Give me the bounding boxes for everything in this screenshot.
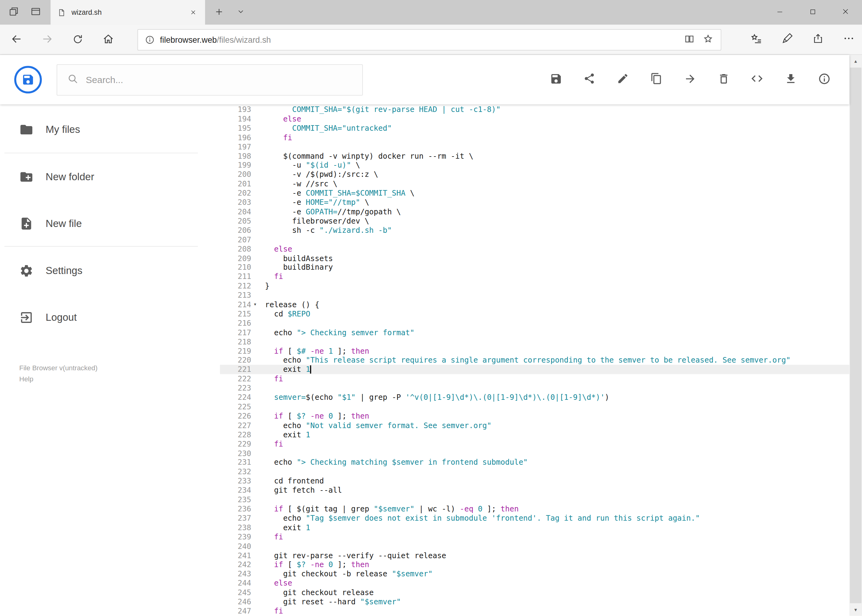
code-line[interactable]: 224 semver=$(echo "$1" | grep -P '^v(0|[… [220, 393, 849, 402]
hub-favorites-button[interactable] [749, 32, 764, 47]
code-line[interactable]: 226 if [ $? -ne 0 ]; then [220, 412, 849, 421]
code-line[interactable]: 241 git rev-parse --verify --quiet relea… [220, 551, 849, 560]
help-link[interactable]: Help [19, 374, 98, 385]
code-line[interactable]: 216 [220, 319, 849, 328]
code-line[interactable]: 204 -e GOPATH=//tmp/gopath \ [220, 207, 849, 216]
code-line[interactable]: 199 -u "$(id -u)" \ [220, 160, 849, 170]
sidebar-item-settings[interactable]: Settings [0, 258, 220, 284]
code-line[interactable]: 231 echo "> Checking matching $semver in… [220, 458, 849, 467]
code-line[interactable]: 244 else [220, 578, 849, 588]
site-info-icon[interactable] [145, 35, 155, 45]
sidebar-item-new-folder[interactable]: New folder [0, 163, 220, 190]
code-line[interactable]: 196 fi [220, 133, 849, 142]
forward-button[interactable] [39, 32, 56, 49]
move-button[interactable] [683, 73, 697, 86]
code-line[interactable]: 208 else [220, 244, 849, 253]
close-window-button[interactable] [829, 0, 862, 25]
more-options-button[interactable] [841, 32, 856, 47]
code-line[interactable]: 232 [220, 467, 849, 476]
info-button[interactable] [817, 73, 830, 86]
code-line[interactable]: 219 if [ $# -ne 1 ]; then [220, 346, 849, 355]
code-line[interactable]: 197 [220, 142, 849, 151]
tab-close-button[interactable] [188, 5, 199, 19]
code-line[interactable]: 228 exit 1 [220, 430, 849, 439]
code-line[interactable]: 217 echo "> Checking semver format" [220, 328, 849, 337]
tab-preview-chevron-button[interactable] [233, 6, 248, 20]
sidebar-item-my-files[interactable]: My files [0, 116, 220, 143]
code-line[interactable]: 212} [220, 281, 849, 291]
sidebar-item-logout[interactable]: Logout [0, 305, 220, 331]
code-line[interactable]: 238 exit 1 [220, 523, 849, 532]
code-line[interactable]: 211 fi [220, 272, 849, 281]
set-tabs-aside-button[interactable] [6, 4, 22, 21]
code-line[interactable]: 201 -w //src \ [220, 179, 849, 189]
code-line[interactable]: 202 -e COMMIT_SHA=$COMMIT_SHA \ [220, 189, 849, 198]
address-bar[interactable]: filebrowser.web/files/wizard.sh [137, 29, 721, 51]
code-line[interactable]: 243 git checkout -b release "$semver" [220, 569, 849, 578]
code-line[interactable]: 209 buildAssets [220, 253, 849, 262]
new-tab-button[interactable] [211, 4, 227, 21]
code-line[interactable]: 206 sh -c "./wizard.sh -b" [220, 226, 849, 235]
refresh-button[interactable] [69, 32, 86, 49]
code-line[interactable]: 218 [220, 337, 849, 346]
code-line[interactable]: 195 COMMIT_SHA="untracked" [220, 124, 849, 133]
code-line[interactable]: 234 git fetch --all [220, 486, 849, 495]
code-line[interactable]: 200 -v /$(pwd):/src:z \ [220, 170, 849, 179]
code-line[interactable]: 246 git reset --hard "$semver" [220, 597, 849, 607]
app-logo[interactable] [14, 66, 43, 94]
back-button[interactable] [8, 32, 25, 49]
code-line[interactable]: 205 filebrowser/dev \ [220, 217, 849, 226]
code-line[interactable]: 227 echo "Not valid semver format. See s… [220, 421, 849, 430]
code-line[interactable]: 242 if [ $? -ne 0 ]; then [220, 560, 849, 569]
code-line[interactable]: 229 fi [220, 439, 849, 448]
browser-tab[interactable]: wizard.sh [50, 0, 205, 25]
code-line[interactable]: 194 else [220, 114, 849, 123]
code-line[interactable]: 230 [220, 449, 849, 458]
code-line[interactable]: 193 COMMIT_SHA="$(git rev-parse HEAD | c… [220, 105, 849, 114]
copy-button[interactable] [650, 73, 663, 86]
scrollbar-down-arrow[interactable]: ▼ [849, 604, 862, 616]
code-line[interactable]: 207 [220, 235, 849, 244]
code-line[interactable]: 240 [220, 542, 849, 551]
code-line[interactable]: 214▾release () { [220, 300, 849, 309]
code-button[interactable] [750, 73, 764, 86]
code-line[interactable]: 225 [220, 402, 849, 412]
code-line[interactable]: 235 [220, 495, 849, 504]
code-line[interactable]: 222 fi [220, 374, 849, 383]
reading-view-button[interactable] [680, 31, 699, 49]
code-line[interactable]: 247 fi [220, 607, 849, 616]
code-line[interactable]: 237 echo "Tag $semver does not exist in … [220, 514, 849, 523]
share-button[interactable] [583, 73, 596, 86]
code-line[interactable]: 210 buildBinary [220, 263, 849, 272]
fold-arrow-icon[interactable]: ▾ [254, 301, 257, 307]
code-line[interactable]: 221 exit 1 [220, 365, 849, 374]
favorite-star-button[interactable] [698, 31, 717, 49]
code-line[interactable]: 198 $(command -v winpty) docker run --rm… [220, 151, 849, 160]
code-line[interactable]: 213 [220, 291, 849, 300]
code-line[interactable]: 239 fi [220, 532, 849, 541]
download-button[interactable] [784, 73, 797, 86]
code-line[interactable]: 233 cd frontend [220, 476, 849, 486]
edit-button[interactable] [616, 73, 629, 86]
sidebar-item-new-file[interactable]: New file [0, 211, 220, 237]
search-input[interactable] [86, 74, 328, 85]
share-page-button[interactable] [810, 32, 826, 47]
ink-notes-button[interactable] [780, 32, 795, 47]
tabs-preview-button[interactable] [27, 4, 44, 21]
code-line[interactable]: 220 echo "This release script requires a… [220, 356, 849, 365]
code-editor[interactable]: 193 COMMIT_SHA="$(git rev-parse HEAD | c… [220, 104, 849, 616]
code-line[interactable]: 236 if [ $(git tag | grep "$semver" | wc… [220, 504, 849, 514]
delete-button[interactable] [717, 73, 730, 86]
save-button[interactable] [549, 73, 563, 86]
home-button[interactable] [100, 32, 117, 49]
code-line[interactable]: 215 cd $REPO [220, 310, 849, 319]
minimize-button[interactable] [763, 0, 796, 25]
page-scrollbar[interactable]: ▲ ▼ [849, 55, 862, 616]
code-line[interactable]: 203 -e HOME="//tmp" \ [220, 198, 849, 207]
scrollbar-thumb[interactable] [850, 68, 862, 603]
search-box[interactable] [57, 64, 363, 96]
code-line[interactable]: 245 git checkout release [220, 588, 849, 597]
code-line[interactable]: 223 [220, 383, 849, 393]
scrollbar-up-arrow[interactable]: ▲ [849, 55, 862, 67]
maximize-button[interactable] [796, 0, 829, 25]
